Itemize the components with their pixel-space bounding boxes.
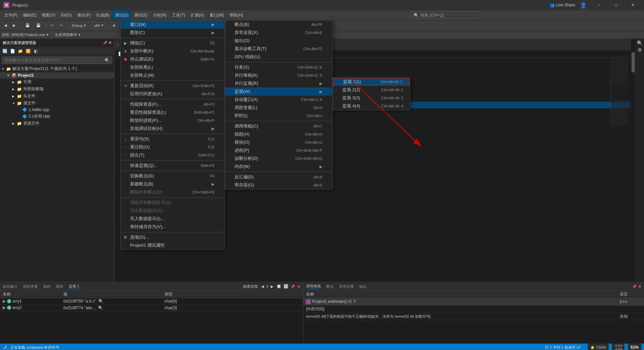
sidebar-tool-new-folder[interactable]: 📁 bbox=[17, 48, 24, 55]
debug-menu-props[interactable]: Project1 调试属性 bbox=[121, 241, 224, 249]
live-share-button[interactable]: 👥 Live Share bbox=[546, 0, 579, 10]
win-autos[interactable]: 自动窗口(A) Ctrl+Alt+V, A bbox=[225, 96, 332, 104]
toolbar-forward[interactable]: ▶ bbox=[10, 22, 18, 29]
win-diag-tools[interactable]: 显示诊断工具(T) Ctrl+Alt+F2 bbox=[225, 45, 332, 53]
debug-menu-profiler[interactable]: 性能探查器(F)... Alt+F2 bbox=[121, 100, 224, 108]
file1-item[interactable]: 🔷 1.helllo.cpp bbox=[0, 107, 114, 113]
nav-back-icon[interactable]: ⟨ bbox=[117, 42, 119, 47]
debug-menu-terminate-all[interactable]: 全部终止(M) bbox=[121, 71, 224, 79]
win-parallel-watch[interactable]: 并行监视(R) ▶ bbox=[225, 79, 332, 88]
depth-decrement[interactable]: ◀ bbox=[260, 284, 265, 289]
expand-icon-2[interactable]: ▶ bbox=[3, 305, 6, 310]
sidebar-tool-sync[interactable]: 🔄 bbox=[1, 48, 8, 55]
debug-menu-restart-profiler[interactable]: 重启性能探查器(L) Shift+Alt+F2 bbox=[121, 108, 224, 116]
win-breakpoints[interactable]: 断点(B) Alt+F9 bbox=[225, 21, 332, 29]
watch-close-btn[interactable]: ✕ bbox=[297, 284, 300, 289]
win-exception-settings[interactable]: 异常设置(X) Ctrl+Alt+E bbox=[225, 29, 332, 37]
menu-debug[interactable]: 调试(D) bbox=[112, 10, 131, 20]
win-output[interactable]: 输出(O) bbox=[225, 37, 332, 45]
debug-menu-graphics[interactable]: 图形(C) ▶ bbox=[121, 29, 224, 37]
debug-menu-new-bp[interactable]: 新建断点(B) ▶ bbox=[121, 180, 224, 188]
win-immediate[interactable]: 即时(I) Ctrl+Alt+I bbox=[225, 112, 332, 120]
win-tasks[interactable]: 任务(S) Ctrl+Shift+D, K bbox=[225, 63, 332, 71]
resource-folder[interactable]: ▶ 📁 资源文件 bbox=[0, 120, 114, 127]
header-folder[interactable]: ▶ 📁 头文件 bbox=[0, 93, 114, 100]
maximize-button[interactable]: □ bbox=[608, 0, 624, 10]
callstack-close-btn[interactable]: ✕ bbox=[638, 284, 641, 289]
cs-row-1[interactable]: Project1.exe!main() 行 7 C++ bbox=[303, 298, 644, 306]
sidebar-search-input[interactable] bbox=[4, 58, 104, 63]
expand-icon-1[interactable]: ▶ bbox=[3, 299, 6, 304]
watch-submenu-item-2[interactable]: 监视 2(2) Ctrl+Alt+W, 2 bbox=[333, 86, 410, 94]
menu-project[interactable]: 项目(P) bbox=[74, 10, 93, 20]
watch-row-2[interactable]: ▶ arry2 0x010ff774 "abc... 🔍 char[3] bbox=[0, 305, 303, 311]
win-watch[interactable]: 监视(W) ▶ bbox=[225, 88, 332, 96]
menu-git[interactable]: Git(G) bbox=[58, 10, 74, 20]
win-call-stack[interactable]: 调用堆栈(C) Alt+7 bbox=[225, 122, 332, 130]
toolbar-back[interactable]: ◀ bbox=[2, 22, 9, 29]
watch-pin-btn[interactable]: 📌 bbox=[290, 284, 295, 289]
menu-analyze[interactable]: 分析(N) bbox=[150, 10, 170, 20]
debug-menu-step-over[interactable]: → 逐过程(O) F10 bbox=[121, 143, 224, 151]
right-icon-2[interactable]: ⚙ bbox=[638, 47, 642, 53]
tab-locals[interactable]: 局部变量 bbox=[23, 284, 38, 289]
tab-auto-window[interactable]: 自动窗口 bbox=[3, 284, 18, 289]
watch-panel-icon-2[interactable]: 🔢 bbox=[283, 284, 288, 289]
win-processes[interactable]: 进程(P) Ctrl+Shift+Alt+P bbox=[225, 146, 332, 154]
arch-dropdown[interactable]: x86 ▾ bbox=[92, 22, 106, 29]
menu-window[interactable]: 窗口(W) bbox=[207, 10, 227, 20]
tab-callstack[interactable]: 调用堆栈 bbox=[306, 284, 321, 289]
toolbar-undo[interactable]: ↩ bbox=[48, 22, 56, 29]
search-val-btn-2[interactable]: 🔍 bbox=[98, 306, 103, 310]
menu-extensions[interactable]: 扩展(X) bbox=[188, 10, 207, 20]
debug-menu-continue[interactable]: ▶ 继续(C) F5 bbox=[121, 39, 224, 47]
tab-watch1[interactable]: 监视 1 bbox=[69, 284, 79, 289]
search-box[interactable]: 🔍 搜索 (Ctrl+Q) bbox=[410, 11, 478, 19]
file2-item[interactable]: 🔷 2.c全局.cpp bbox=[0, 113, 114, 120]
debug-menu-import-tips[interactable]: 导入数据提示(I)... bbox=[121, 215, 224, 223]
source-folder[interactable]: ▼ 📁 源文件 bbox=[0, 100, 114, 107]
depth-increment[interactable]: ▶ bbox=[270, 284, 274, 289]
toolbar-save-all[interactable]: 💾 bbox=[34, 22, 43, 29]
tab-exceptions[interactable]: 异常设置 bbox=[339, 284, 354, 289]
menu-help[interactable]: 帮助(H) bbox=[227, 10, 246, 20]
menu-view[interactable]: 视图(V) bbox=[39, 10, 58, 20]
sidebar-tool-filter[interactable]: 🔽 bbox=[25, 48, 31, 55]
menu-edit[interactable]: 编辑(E) bbox=[20, 10, 39, 20]
toolbar-save[interactable]: 💾 bbox=[23, 22, 32, 29]
debug-menu-detach-all[interactable]: 全部拆离(L) bbox=[121, 63, 224, 71]
minimize-button[interactable]: ─ bbox=[591, 0, 607, 10]
debug-menu-step-out[interactable]: ↑ 跳出(T) Shift+F11 bbox=[121, 151, 224, 159]
callstack-pin-btn[interactable]: 📌 bbox=[632, 284, 637, 289]
ref-folder[interactable]: ▶ 📁 引用 bbox=[0, 78, 114, 85]
win-registers[interactable]: 寄存器(G) Alt+5 bbox=[225, 181, 332, 189]
menu-build[interactable]: 生成(B) bbox=[93, 10, 112, 20]
debug-menu-window[interactable]: 窗口(W) ▶ bbox=[121, 21, 224, 29]
sidebar-close-btn[interactable]: ✕ bbox=[109, 41, 112, 45]
toolbar-start-debug[interactable]: ▶ bbox=[111, 22, 118, 29]
menu-file[interactable]: 文件(F) bbox=[2, 10, 20, 20]
lifecycle-selector[interactable]: 生命周期事件 ▾ bbox=[55, 32, 81, 37]
debug-menu-options[interactable]: ⚙ 选项(O)... bbox=[121, 233, 224, 241]
menu-test[interactable]: 测试(S) bbox=[131, 10, 150, 20]
menu-tools[interactable]: 工具(T) bbox=[169, 10, 188, 20]
win-parallel-stacks[interactable]: 并行堆栈(K) Ctrl+Shift+D, S bbox=[225, 71, 332, 79]
close-button[interactable]: ✕ bbox=[625, 0, 641, 10]
debug-menu-save-dump[interactable]: 将转储另存为(V)... bbox=[121, 223, 224, 231]
watch-submenu-item-3[interactable]: 监视 3(3) Ctrl+Alt+W, 3 bbox=[333, 94, 410, 102]
cs-row-2[interactable]: [外部代码] bbox=[303, 306, 644, 313]
win-locals[interactable]: 局部变量(L) Alt+4 bbox=[225, 104, 332, 112]
win-gpu-threads[interactable]: GPU 线程(U) bbox=[225, 53, 332, 61]
debug-config-dropdown[interactable]: Debug ▾ bbox=[70, 22, 90, 29]
debug-menu-toggle-bp[interactable]: 切换断点(G) F9 bbox=[121, 172, 224, 180]
solution-item[interactable]: ▼ 📁 解决方案'Project1'(1 个项目/共 1 个) bbox=[0, 65, 114, 72]
debug-menu-restart[interactable]: ↺ 重新启动(R) Ctrl+Shift+F5 bbox=[121, 82, 224, 90]
process-selector[interactable]: 进程: [40928] Project1.exe ▾ bbox=[2, 32, 49, 37]
tab-breakpoints[interactable]: 断点 bbox=[326, 284, 334, 289]
sidebar-tool-collapse[interactable]: ◧ bbox=[32, 48, 39, 55]
debug-menu-break-all[interactable]: ⏸ 全部中断(K) Ctrl+Alt+Break bbox=[121, 47, 224, 55]
tab-output[interactable]: 输出 bbox=[359, 284, 367, 289]
project-item[interactable]: ▼ 📦 Project1 bbox=[0, 72, 114, 78]
sidebar-tool-new-file[interactable]: 📄 bbox=[9, 48, 16, 55]
debug-menu-step-into[interactable]: ↓ 逐语句(S) F11 bbox=[121, 135, 224, 143]
